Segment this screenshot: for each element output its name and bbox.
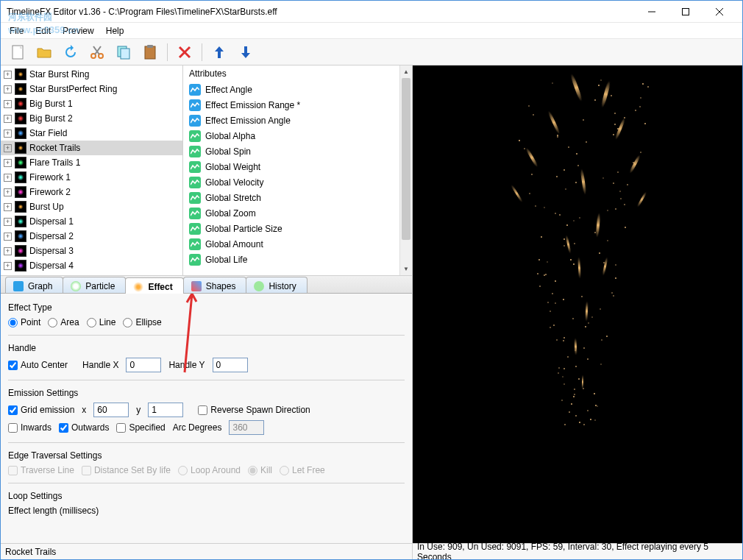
tree-item[interactable]: +Star Field	[1, 126, 182, 141]
grid-y-input[interactable]	[148, 403, 183, 417]
arc-degrees-input	[229, 420, 264, 435]
tree-item-label: Star BurstPerfect Ring	[29, 84, 117, 94]
attribute-item[interactable]: Global Stretch	[186, 190, 409, 205]
minimize-button[interactable]	[635, 1, 669, 22]
expand-icon[interactable]: +	[4, 100, 12, 108]
expand-icon[interactable]: +	[4, 218, 12, 226]
menu-file[interactable]: File	[4, 24, 29, 38]
tree-item-label: Firework 2	[29, 187, 71, 197]
expand-icon[interactable]: +	[4, 247, 12, 255]
effect-tree[interactable]: +Star Burst Ring+Star BurstPerfect Ring+…	[1, 65, 183, 275]
expand-icon[interactable]: +	[4, 159, 12, 167]
expand-icon[interactable]: +	[4, 130, 12, 138]
expand-icon[interactable]: +	[4, 85, 12, 93]
attribute-item[interactable]: Global Zoom	[186, 205, 409, 221]
open-folder-icon[interactable]	[35, 43, 54, 62]
expand-icon[interactable]: +	[4, 203, 12, 211]
tree-item[interactable]: +Star Burst Ring	[1, 67, 182, 82]
effect-thumb-icon	[15, 68, 26, 80]
expand-icon[interactable]: +	[4, 115, 12, 123]
paste-icon[interactable]	[141, 43, 160, 62]
tree-item-label: Flare Trails 1	[29, 157, 80, 168]
expand-icon[interactable]: +	[4, 262, 12, 270]
tree-item[interactable]: +Firework 1	[1, 170, 182, 185]
expand-icon[interactable]: +	[4, 71, 12, 79]
tree-item-label: Star Burst Ring	[29, 69, 89, 79]
attribute-label: Global Velocity	[205, 177, 263, 188]
tree-item[interactable]: +Dispersal 3	[1, 244, 182, 258]
move-up-icon[interactable]	[210, 43, 229, 62]
menu-preview[interactable]: Preview	[57, 24, 100, 38]
effect-icon	[133, 282, 143, 292]
effect-thumb-icon	[15, 230, 26, 242]
radio-line[interactable]: Line	[87, 317, 116, 327]
new-file-icon[interactable]	[8, 43, 27, 62]
effect-length-label: Effect length (millisecs)	[8, 506, 99, 516]
svg-rect-12	[147, 45, 153, 48]
radio-area[interactable]: Area	[48, 317, 79, 327]
tree-item[interactable]: +Dispersal 1	[1, 214, 182, 229]
grid-x-input[interactable]	[93, 403, 129, 417]
expand-icon[interactable]: +	[4, 174, 12, 182]
radio-kill: Kill	[248, 465, 272, 475]
effect-thumb-icon	[15, 216, 26, 227]
scrollbar[interactable]: ▲ ▼	[399, 65, 412, 275]
tree-item[interactable]: +Star BurstPerfect Ring	[1, 82, 182, 96]
checkbox-auto-center[interactable]: Auto Center	[8, 360, 68, 370]
maximize-button[interactable]	[669, 1, 703, 22]
tab-label: Particle	[85, 281, 115, 291]
toolbar	[1, 39, 742, 65]
expand-icon[interactable]: +	[4, 188, 12, 196]
tab-graph[interactable]: Graph	[5, 277, 63, 293]
attribute-label: Global Spin	[205, 146, 251, 157]
tab-label: Graph	[28, 281, 52, 291]
tab-history[interactable]: History	[246, 277, 307, 293]
refresh-icon[interactable]	[61, 43, 80, 62]
attribute-item[interactable]: Effect Emission Angle	[186, 113, 409, 128]
handle-x-input[interactable]	[126, 358, 161, 372]
menu-help[interactable]: Help	[100, 24, 130, 38]
attribute-item[interactable]: Global Spin	[186, 143, 409, 159]
tree-item[interactable]: +Dispersal 4	[1, 258, 182, 273]
tree-item[interactable]: +Flare Trails 1	[1, 155, 182, 170]
checkbox-traverse-line: Traverse Line	[8, 465, 74, 475]
tree-item[interactable]: +Rocket Trails	[1, 141, 182, 155]
radio-ellipse[interactable]: Ellipse	[123, 317, 161, 327]
tree-item[interactable]: +Burst Up	[1, 199, 182, 214]
particle-icon	[71, 281, 81, 291]
handle-y-input[interactable]	[213, 358, 248, 372]
close-button[interactable]	[703, 1, 736, 22]
tab-particle[interactable]: Particle	[63, 277, 126, 293]
delete-icon[interactable]	[175, 43, 194, 62]
effect-thumb-icon	[15, 171, 26, 183]
tree-item[interactable]: +Big Burst 2	[1, 111, 182, 126]
shapes-icon	[191, 281, 202, 291]
tree-item[interactable]: +Dispersal 2	[1, 229, 182, 244]
copy-icon[interactable]	[114, 43, 133, 62]
attribute-item[interactable]: Effect Angle	[186, 82, 409, 97]
checkbox-outwards[interactable]: Outwards	[59, 422, 109, 433]
radio-point[interactable]: Point	[8, 317, 40, 327]
graph-icon	[13, 281, 24, 291]
checkbox-inwards[interactable]: Inwards	[8, 422, 51, 433]
attribute-item[interactable]: Global Weight	[186, 159, 409, 174]
tab-effect[interactable]: Effect	[125, 277, 183, 294]
attribute-item[interactable]: Global Alpha	[186, 128, 409, 143]
expand-icon[interactable]: +	[4, 233, 12, 241]
preview-viewport[interactable]	[413, 65, 742, 543]
tree-item[interactable]: +Big Burst 1	[1, 96, 182, 111]
attribute-item[interactable]: Global Particle Size	[186, 221, 409, 236]
menu-edit[interactable]: Edit	[29, 24, 57, 38]
attribute-item[interactable]: Global Amount	[186, 236, 409, 252]
tree-item[interactable]: +Firework 2	[1, 185, 182, 199]
cut-icon[interactable]	[88, 43, 107, 62]
attribute-item[interactable]: Global Velocity	[186, 174, 409, 190]
move-down-icon[interactable]	[236, 43, 255, 62]
expand-icon[interactable]: +	[4, 144, 12, 152]
tab-shapes[interactable]: Shapes	[183, 277, 247, 293]
attribute-item[interactable]: Effect Emission Range *	[186, 97, 409, 113]
checkbox-grid-emission[interactable]: Grid emission	[8, 405, 74, 415]
attribute-item[interactable]: Global Life	[186, 252, 409, 267]
checkbox-reverse-spawn[interactable]: Reverse Spawn Direction	[198, 405, 310, 415]
checkbox-specified[interactable]: Specified	[116, 422, 165, 433]
